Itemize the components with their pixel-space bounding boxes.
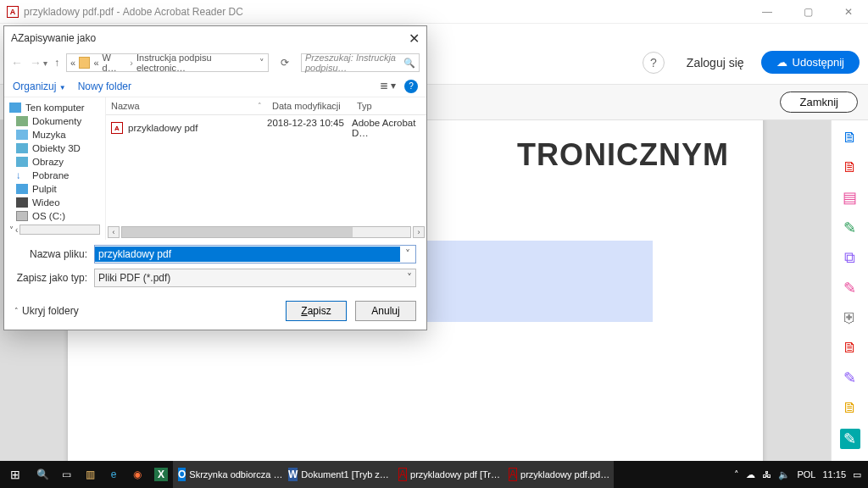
breadcrumb-folder[interactable]: Instruckja podpisu electronic… [136,53,256,73]
view-mode-button[interactable]: ≣ ▾ [380,80,396,93]
tray-language[interactable]: POL [797,469,815,480]
col-name-header[interactable]: Nazwa [111,101,140,111]
document-title: przykladowy pdf.pdf [24,6,114,18]
tray-chevron-icon[interactable]: ˄ [734,469,739,480]
file-type-select[interactable]: Pliki PDF (*.pdf) ˅ [94,269,416,287]
comment-tool-icon[interactable]: ✎ [840,219,860,237]
fill-sign-icon[interactable]: ✎ [840,369,860,387]
edit-pdf-icon[interactable]: ▤ [840,188,860,207]
file-name-field[interactable]: ˅ [94,245,416,263]
tray-speaker-icon[interactable]: 🔈 [778,469,790,480]
tray-clock[interactable]: 11:15 [822,470,846,480]
search-icon[interactable]: 🔍 [403,58,415,69]
tree-pictures[interactable]: Obrazy [32,157,64,167]
firefox-icon[interactable]: ◉ [125,461,149,488]
protect-icon[interactable]: ⛨ [840,309,860,327]
folder-tree[interactable]: Ten komputer Dokumenty Muzyka Obiekty 3D… [4,97,106,240]
new-folder-button[interactable]: Nowy folder [78,80,131,92]
file-type-label: Zapisz jako typ: [14,272,87,284]
list-scroll-right[interactable]: › [413,226,425,238]
file-name-input[interactable] [95,247,400,262]
share-button[interactable]: ☁ Udostępnij [761,51,860,74]
nav-up-button[interactable]: ↑ [54,57,59,69]
start-button[interactable]: ⊞ [0,468,31,481]
cancel-button[interactable]: Anuluj [355,301,416,321]
nav-history-dropdown[interactable]: ▾ [43,58,47,68]
window-titlebar: A przykladowy pdf.pdf - Adobe Acrobat Re… [0,0,868,24]
search-taskbar-icon[interactable]: 🔍 [31,461,54,488]
file-type-dropdown-icon[interactable]: ˅ [407,272,412,284]
folder-icon [79,57,90,69]
tree-desktop[interactable]: Pulpit [32,184,57,194]
file-name-cell: przykladowy pdf [128,123,198,133]
help-icon[interactable]: ? [643,52,665,74]
tree-objects3d[interactable]: Obiekty 3D [32,143,81,153]
tree-documents[interactable]: Dokumenty [32,116,81,126]
taskbar-app-reader1[interactable]: Aprzykladowy pdf [Tr… [393,461,504,488]
breadcrumb-root[interactable]: W d… [103,53,127,73]
file-name-label: Nazwa pliku: [14,248,87,260]
file-name-dropdown-icon[interactable]: ˅ [400,248,415,260]
sort-indicator-icon[interactable]: ˄ [258,102,262,110]
col-type-header[interactable]: Typ [352,97,426,114]
taskbar-app-word[interactable]: WDokument1 [Tryb z… [283,461,393,488]
taskbar-app-outlook[interactable]: OSkrzynka odbiorcza … [173,461,283,488]
window-minimize-button[interactable]: — [754,6,780,18]
task-view-icon[interactable]: ▭ [54,461,78,488]
address-breadcrumb[interactable]: « « W d… › Instruckja podpisu electronic… [66,53,269,72]
tray-onedrive-icon[interactable]: ☁ [746,469,755,480]
tray-notifications-icon[interactable]: ▭ [853,469,861,480]
tree-drive-c[interactable]: OS (C:) [32,211,65,221]
window-close-button[interactable]: ✕ [836,6,861,18]
dialog-title: Zapisywanie jako [18,32,96,44]
share-button-label: Udostępnij [793,56,844,69]
file-list[interactable]: Nazwa˄ Data modyfikacji Typ Aprzykladowy… [106,97,426,240]
file-date-cell: 2018-12-23 10:45 [267,118,352,138]
list-hscroll-track[interactable] [121,226,411,238]
file-type-cell: Adobe Acrobat D… [352,118,426,138]
login-link[interactable]: Zaloguj się [687,56,744,69]
create-pdf-icon[interactable]: 🗎 [840,158,860,176]
stamp-icon[interactable]: 🗎 [840,399,860,417]
tree-this-pc[interactable]: Ten komputer [25,103,85,113]
hide-folders-label: Ukryj foldery [22,305,79,317]
nav-back-button[interactable]: ← [11,56,23,69]
dialog-app-icon: A [11,32,18,44]
refresh-button[interactable]: ⟳ [275,57,294,69]
windows-taskbar[interactable]: ⊞ 🔍 ▭ ▥ e ◉ X OSkrzynka odbiorcza … WDok… [0,461,868,488]
list-hscroll-thumb[interactable] [122,227,353,237]
window-maximize-button[interactable]: ▢ [795,6,821,18]
close-panel-button[interactable]: Zamknij [780,92,858,113]
tree-scroll-left[interactable]: ‹ [15,225,18,235]
organize-pages-icon[interactable]: ✎ [840,279,860,297]
certificates-icon[interactable]: ✎ [840,429,860,449]
folder-search-input[interactable]: Przeszukaj: Instruckja podpisu… 🔍 [301,53,420,72]
app-name: Adobe Acrobat Reader DC [123,6,243,18]
save-as-dialog: A Zapisywanie jako ✕ ← → ▾ ↑ « « W d… › … [3,25,427,330]
edge-icon[interactable]: e [102,461,125,488]
organize-menu[interactable]: Organizuj ▼ [13,80,66,92]
tree-downloads[interactable]: Pobrane [32,170,69,180]
list-scroll-left[interactable]: ‹ [108,226,120,238]
explorer-icon[interactable]: ▥ [78,461,102,488]
nav-forward-button[interactable]: → [30,56,42,69]
col-date-header[interactable]: Data modyfikacji [267,97,352,114]
tree-music[interactable]: Muzyka [32,130,66,140]
compress-pdf-icon[interactable]: 🗎 [840,339,860,357]
file-row[interactable]: Aprzykladowy pdf 2018-12-23 10:45 Adobe … [106,115,426,141]
dialog-help-icon[interactable]: ? [404,80,418,93]
tree-videos[interactable]: Wideo [32,197,60,208]
dialog-close-button[interactable]: ✕ [409,30,420,47]
export-pdf-icon[interactable]: 🗎 [840,129,860,147]
search-placeholder: Przeszukaj: Instruckja podpisu… [305,53,403,73]
tree-expand-dropdown[interactable]: ˅ [9,225,14,235]
right-tool-rail: 🗎 🗎 ▤ ✎ ⧉ ✎ ⛨ 🗎 ✎ 🗎 ✎ ⚙ [831,120,868,461]
combine-files-icon[interactable]: ⧉ [840,249,860,267]
hide-folders-toggle[interactable]: ˄ Ukryj foldery [14,305,79,317]
taskbar-app-reader2[interactable]: Aprzykladowy pdf.pd… [504,461,614,488]
save-button[interactable]: Zapisz [286,301,347,321]
breadcrumb-dropdown-icon[interactable]: ˅ [259,58,264,69]
tray-network-icon[interactable]: 🖧 [762,469,771,480]
excel-icon[interactable]: X [149,461,173,488]
tree-hscroll-track[interactable] [19,225,100,235]
